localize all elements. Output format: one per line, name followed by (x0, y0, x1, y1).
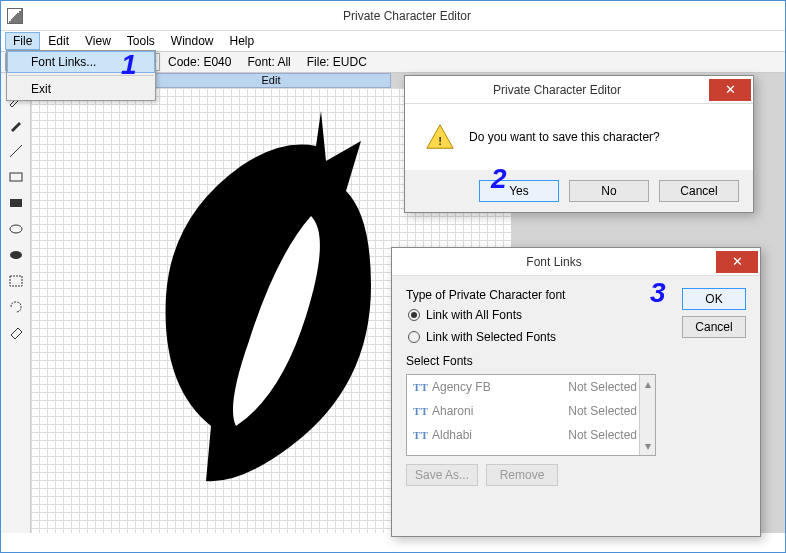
menu-bar: File Edit View Tools Window Help (1, 31, 785, 51)
save-dialog-message: Do you want to save this character? (469, 130, 660, 144)
menu-view[interactable]: View (77, 32, 119, 50)
close-icon[interactable]: ✕ (716, 251, 758, 273)
app-icon (7, 8, 23, 24)
file-field: File: EUDC (299, 55, 375, 69)
svg-rect-5 (10, 276, 22, 286)
font-name: Agency FB (432, 380, 491, 394)
list-item[interactable]: T TAgency FBNot Selected (407, 375, 655, 399)
eraser-tool-icon[interactable] (8, 325, 24, 341)
save-dialog-body: ! Do you want to save this character? (405, 104, 753, 170)
filled-rect-tool-icon[interactable] (8, 195, 24, 211)
font-state: Not Selected (568, 428, 637, 442)
font-name: Aldhabi (432, 428, 472, 442)
list-item[interactable]: T TAharoniNot Selected (407, 399, 655, 423)
save-dialog-title: Private Character Editor (405, 83, 709, 97)
svg-line-0 (10, 145, 22, 157)
svg-point-3 (10, 225, 22, 233)
code-field: Code: E040 (160, 55, 239, 69)
title-bar: Private Character Editor (1, 1, 785, 31)
character-glyph (131, 106, 411, 486)
close-icon[interactable]: ✕ (709, 79, 751, 101)
annotation-3: 3 (650, 277, 666, 309)
annotation-1: 1 (121, 49, 137, 81)
svg-point-4 (10, 251, 22, 259)
font-field: Font: All (239, 55, 298, 69)
file-label: File: (307, 55, 330, 69)
code-label: Code: (168, 55, 200, 69)
font-state: Not Selected (568, 404, 637, 418)
radio-link-all-label: Link with All Fonts (426, 308, 522, 322)
cancel-button[interactable]: Cancel (659, 180, 739, 202)
tool-palette (1, 73, 31, 533)
free-select-tool-icon[interactable] (8, 299, 24, 315)
fontlinks-dialog: Font Links ✕ Type of Private Character f… (391, 247, 761, 537)
ok-button[interactable]: OK (682, 288, 746, 310)
brush-tool-icon[interactable] (8, 117, 24, 133)
menu-edit[interactable]: Edit (40, 32, 77, 50)
menu-item-exit[interactable]: Exit (7, 78, 155, 100)
radio-icon (408, 309, 420, 321)
fontlinks-titlebar: Font Links ✕ (392, 248, 760, 276)
radio-link-selected-label: Link with Selected Fonts (426, 330, 556, 344)
select-fonts-label: Select Fonts (406, 354, 746, 368)
fontlinks-right-buttons: OK Cancel (682, 288, 746, 338)
save-dialog-buttons: Yes No Cancel (405, 170, 753, 212)
fontlinks-bottom-buttons: Save As... Remove (406, 464, 746, 486)
chevron-up-icon[interactable]: ▴ (645, 377, 651, 391)
cancel-button[interactable]: Cancel (682, 316, 746, 338)
no-button[interactable]: No (569, 180, 649, 202)
fontlinks-body: Type of Private Character font Link with… (392, 276, 760, 498)
annotation-2: 2 (491, 163, 507, 195)
chevron-down-icon[interactable]: ▾ (645, 439, 651, 453)
menu-file[interactable]: File (5, 32, 40, 50)
ellipse-tool-icon[interactable] (8, 221, 24, 237)
svg-rect-2 (10, 199, 22, 207)
truetype-icon: T T (413, 405, 428, 417)
font-value: All (277, 55, 290, 69)
rect-tool-icon[interactable] (8, 169, 24, 185)
filled-ellipse-tool-icon[interactable] (8, 247, 24, 263)
list-item[interactable]: T TAldhabiNot Selected (407, 423, 655, 447)
file-value: EUDC (333, 55, 367, 69)
svg-text:!: ! (438, 135, 442, 147)
save-dialog: Private Character Editor ✕ ! Do you want… (404, 75, 754, 213)
save-as-button[interactable]: Save As... (406, 464, 478, 486)
code-value: E040 (203, 55, 231, 69)
app-title: Private Character Editor (29, 9, 785, 23)
save-dialog-titlebar: Private Character Editor ✕ (405, 76, 753, 104)
edit-tab[interactable]: Edit (151, 73, 391, 88)
font-name: Aharoni (432, 404, 473, 418)
menu-window[interactable]: Window (163, 32, 222, 50)
svg-rect-1 (10, 173, 22, 181)
line-tool-icon[interactable] (8, 143, 24, 159)
warning-icon: ! (425, 122, 455, 152)
font-state: Not Selected (568, 380, 637, 394)
menu-help[interactable]: Help (222, 32, 263, 50)
radio-icon (408, 331, 420, 343)
remove-button[interactable]: Remove (486, 464, 558, 486)
fontlinks-title: Font Links (392, 255, 716, 269)
truetype-icon: T T (413, 429, 428, 441)
font-label: Font: (247, 55, 274, 69)
scrollbar[interactable]: ▴▾ (639, 375, 655, 455)
fonts-listbox[interactable]: T TAgency FBNot Selected T TAharoniNot S… (406, 374, 656, 456)
rect-select-tool-icon[interactable] (8, 273, 24, 289)
menu-tools[interactable]: Tools (119, 32, 163, 50)
truetype-icon: T T (413, 381, 428, 393)
